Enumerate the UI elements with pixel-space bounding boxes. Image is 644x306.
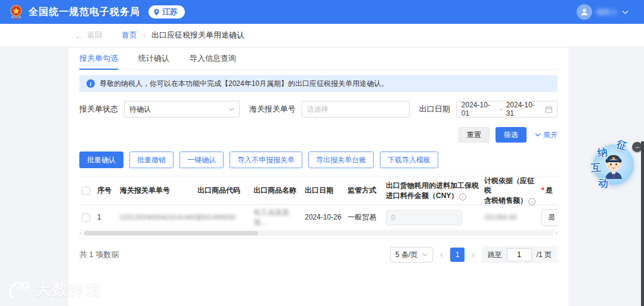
- info-banner: i 尊敬的纳税人，你可以在本功能中完成【2024年10月属期】的出口应征税报关单…: [79, 75, 558, 92]
- export-ledger-button[interactable]: 导出报关单台账: [308, 152, 374, 168]
- breadcrumb-home-link[interactable]: 首页: [122, 30, 137, 41]
- customs-no-input[interactable]: [307, 105, 404, 113]
- batch-confirm-button[interactable]: 批量确认: [79, 152, 123, 168]
- date-separator: -: [500, 105, 503, 113]
- location-pin-icon: [153, 8, 160, 16]
- user-menu[interactable]: 纳税人: [577, 4, 628, 20]
- declarations-table: 序号 海关报关单单号 出口商品代码 出口商品名称 出口日期 监管方式 出口货物耗…: [79, 176, 558, 239]
- page-jump-group: 跳至 /1 页: [482, 246, 558, 263]
- back-button[interactable]: ← 返回: [75, 30, 103, 41]
- prev-page-icon[interactable]: ‹: [440, 250, 443, 259]
- info-icon[interactable]: i: [528, 198, 535, 205]
- col-basis-line2: 含税销售额）: [484, 196, 527, 205]
- back-label: 返回: [87, 30, 103, 41]
- main-card: 报关单勾选 统计确认 导入信息查询 i 尊敬的纳税人，你可以在本功能中完成【20…: [69, 48, 568, 306]
- table-header-row: 序号 海关报关单单号 出口商品代码 出口商品名称 出口日期 监管方式 出口货物耗…: [79, 177, 558, 205]
- watermark-logo: [7, 279, 32, 299]
- jump-label: 跳至: [488, 250, 502, 260]
- col-confirm-label: 是: [546, 186, 553, 194]
- tab-declaration-select[interactable]: 报关单勾选: [79, 48, 118, 69]
- col-product-name: 出口商品名称: [253, 186, 305, 195]
- row-export-date: 2024-10-26: [305, 212, 348, 222]
- filter-buttons-row: 重置 筛选 展开: [79, 127, 558, 143]
- total-count: 共 1 项数据: [79, 249, 119, 260]
- col-seq: 序号: [97, 186, 120, 195]
- import-undeclared-button[interactable]: 导入不申报报关单: [230, 152, 302, 168]
- col-product-code: 出口商品代码: [197, 186, 253, 195]
- col-basis-line1: 计税依据（应征税: [484, 177, 534, 194]
- horizontal-scrollbar: ‹ ›: [79, 230, 558, 239]
- scrollbar-track[interactable]: [83, 231, 553, 236]
- export-date-label: 出口日期: [419, 104, 450, 115]
- confirm-select[interactable]: 是: [541, 209, 558, 226]
- col-export-date: 出口日期: [305, 186, 348, 195]
- tab-import-info-query[interactable]: 导入信息查询: [190, 48, 236, 69]
- widget-char-2[interactable]: 纳: [596, 145, 608, 160]
- app-title: 全国统一规范电子税务局: [29, 6, 140, 18]
- breadcrumb: ← 返回 首页 › 出口应征税报关单用途确认: [0, 24, 644, 47]
- expand-toggle[interactable]: 展开: [535, 130, 558, 140]
- col-tax-basis: 计税依据（应征税 含税销售额）i: [484, 176, 541, 205]
- row-product-name: 化工品及其混…: [253, 208, 305, 227]
- col-confirm: *是: [541, 186, 558, 195]
- jump-page-input[interactable]: [507, 248, 532, 261]
- confirm-value: 是: [548, 212, 555, 222]
- scroll-right-icon[interactable]: ›: [556, 230, 558, 236]
- location-label: 江苏: [162, 7, 178, 17]
- page-size-value: 5 条/页: [395, 250, 417, 260]
- col-bonded-line1: 出口货物耗用的进料加工保税: [386, 181, 479, 190]
- row-product-code: 2931499030: [197, 213, 253, 222]
- one-click-confirm-button[interactable]: 一键确认: [179, 152, 224, 168]
- row-checkbox[interactable]: [82, 214, 90, 222]
- avatar[interactable]: [577, 4, 592, 20]
- export-date-range-picker[interactable]: 2024-10-01 - 2024-10-31: [456, 101, 558, 118]
- col-supervision: 监管方式: [348, 186, 386, 195]
- pagination: 5 条/页 ‹ 1 › 跳至 /1 页: [390, 246, 558, 263]
- status-label: 报关单状态: [79, 104, 118, 115]
- customs-no-label: 海关报关单号: [249, 104, 296, 115]
- filter-row: 报关单状态 待确认 海关报关单号 出口日期 2024-10-01 - 2024-…: [79, 101, 558, 118]
- tab-bar: 报关单勾选 统计确认 导入信息查询: [79, 48, 558, 70]
- username: 纳税人: [596, 7, 618, 17]
- back-arrow-icon: ←: [75, 30, 83, 41]
- breadcrumb-separator-icon: ›: [143, 31, 145, 39]
- location-badge[interactable]: 江苏: [148, 5, 185, 18]
- interaction-widget: 征 纳 互 动 −: [583, 137, 643, 192]
- reset-button[interactable]: 重置: [459, 127, 490, 143]
- download-template-button[interactable]: 下载导入模板: [380, 152, 438, 168]
- row-supervision: 一般贸易: [348, 212, 386, 222]
- page-size-select[interactable]: 5 条/页: [390, 247, 433, 262]
- select-all-checkbox[interactable]: [82, 187, 90, 195]
- widget-char-4[interactable]: 动: [597, 176, 609, 191]
- user-icon: [580, 7, 589, 17]
- col-bonded-line2: 进口料件金额（CNY）: [386, 191, 458, 200]
- info-icon[interactable]: i: [459, 193, 466, 200]
- bonded-amount-input: [386, 210, 462, 225]
- col-customs-no: 海关报关单单号: [120, 186, 197, 195]
- total-pages-label: /1 页: [537, 250, 552, 260]
- info-icon: i: [86, 79, 95, 88]
- col-bonded-amount: 出口货物耗用的进料加工保税 进口料件金额（CNY）i: [386, 181, 484, 200]
- app-header: 全国统一规范电子税务局 江苏 纳税人: [0, 0, 644, 24]
- date-end: 2024-10-31: [506, 101, 541, 118]
- national-emblem-logo: [8, 4, 24, 20]
- widget-char-3[interactable]: 互: [590, 160, 602, 175]
- batch-revoke-button[interactable]: 批量撤销: [129, 152, 174, 168]
- expand-label: 展开: [543, 130, 558, 140]
- info-banner-text: 尊敬的纳税人，你可以在本功能中完成【2024年10月属期】的出口应征税报关单用途…: [100, 79, 388, 89]
- row-seq: 1: [97, 212, 120, 222]
- current-page-button[interactable]: 1: [450, 248, 465, 262]
- calendar-icon: [545, 106, 552, 113]
- customs-no-field: [302, 101, 410, 118]
- chevron-down-icon: [535, 133, 541, 137]
- next-page-icon[interactable]: ›: [472, 250, 475, 259]
- scrollbar-thumb[interactable]: [84, 231, 258, 236]
- table-footer: 共 1 项数据 5 条/页 ‹ 1 › 跳至 /1 页: [79, 246, 558, 263]
- chevron-down-icon: [422, 253, 428, 256]
- status-select[interactable]: 待确认: [124, 101, 240, 118]
- row-tax-basis: 151359.69: [484, 213, 541, 222]
- tab-statistics-confirm[interactable]: 统计确认: [138, 48, 169, 69]
- chevron-down-icon: [228, 107, 234, 111]
- filter-button[interactable]: 筛选: [496, 127, 527, 143]
- scroll-left-icon[interactable]: ‹: [79, 230, 81, 236]
